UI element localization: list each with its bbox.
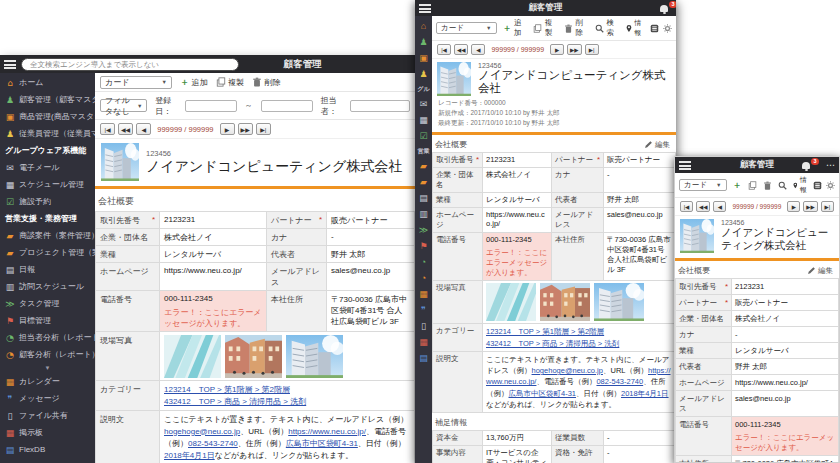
email-link[interactable]: hogehoge@neu.co.jp <box>164 427 240 436</box>
fast-prev-button[interactable]: ◀◀ <box>454 44 468 55</box>
first-record-button[interactable]: |◀ <box>437 44 451 55</box>
sidebar-item-projects[interactable]: ▰プロジェクト管理（案件… <box>0 244 95 261</box>
address-link[interactable]: 広島市中区袋町4-31 <box>286 439 358 448</box>
sidebar-item-goals[interactable]: ⚑目標管理 <box>0 312 95 329</box>
delete-button[interactable]: 削除 <box>564 18 589 38</box>
menu-icon[interactable] <box>650 24 659 33</box>
filter-select[interactable]: フィルタなし▼ <box>100 99 147 112</box>
facility-icon[interactable]: ☑ <box>415 128 432 144</box>
sidebar-item-visit-schedule[interactable]: ▥訪問スケジュール <box>0 278 95 295</box>
goal-icon[interactable]: ⚑ <box>415 238 432 254</box>
trash-icon[interactable] <box>763 181 772 190</box>
calendar-icon[interactable]: ▦ <box>415 286 432 302</box>
board-icon[interactable]: ▦ <box>415 334 432 350</box>
sidebar-collapse-toggle[interactable]: ▼ <box>0 363 95 373</box>
phone-link[interactable]: 082-543-2740 <box>596 377 643 386</box>
site-photo[interactable] <box>594 283 644 321</box>
copy-button[interactable]: 複製 <box>533 18 558 38</box>
sidebar-item-products[interactable]: ▣商品管理(商品マスター) <box>0 108 95 125</box>
sidebar-item-deals[interactable]: ▰商談案件（案件管理） <box>0 227 95 244</box>
task-icon[interactable]: ≫ <box>415 222 432 238</box>
first-record-button[interactable]: |◀ <box>100 123 115 135</box>
category-link[interactable]: 123214 TOP > 第1階層 > 第2階層 <box>486 326 672 337</box>
last-record-button[interactable]: ▶| <box>256 123 271 135</box>
employee-icon[interactable]: ♟ <box>415 66 432 82</box>
first-record-button[interactable]: |◀ <box>680 201 693 212</box>
project-icon[interactable]: ▰ <box>415 174 432 190</box>
category-link[interactable]: 123214 TOP > 第1階層 > 第2階層 <box>164 384 410 396</box>
sidebar-item-mail[interactable]: ✉電子メール <box>0 159 95 176</box>
hamburger-menu-icon[interactable] <box>679 161 691 170</box>
search-button[interactable]: 検索 <box>595 18 620 38</box>
site-photo[interactable] <box>225 335 282 378</box>
sidebar-item-daily-report[interactable]: ▤日報 <box>0 261 95 278</box>
file-icon[interactable]: ▯ <box>415 318 432 334</box>
url-link[interactable]: https://www.neu.co.jp/ <box>288 427 366 436</box>
view-select[interactable]: カード▼ <box>679 179 727 191</box>
registered-to-input[interactable] <box>261 100 313 112</box>
search-icon[interactable] <box>778 181 787 190</box>
customer-report-icon[interactable]: ◔ <box>415 270 432 286</box>
home-icon[interactable]: ⌂ <box>415 18 432 34</box>
last-record-button[interactable]: ▶| <box>585 44 599 55</box>
next-record-button[interactable]: ▶ <box>787 201 800 212</box>
sidebar-item-messages[interactable]: ❞メッセージ <box>0 390 95 407</box>
visit-icon[interactable]: ▥ <box>415 206 432 222</box>
notifications-button[interactable]: 3 <box>802 160 814 171</box>
next-record-button[interactable]: ▶ <box>220 123 235 135</box>
category-link[interactable]: 432412 TOP > 商品 > 清掃用品 > 洗剤 <box>486 338 672 349</box>
site-photo[interactable] <box>540 283 590 321</box>
date-link[interactable]: 2018年4月1日 <box>164 451 215 460</box>
company-photo[interactable] <box>101 143 139 181</box>
deal-icon[interactable]: ▰ <box>415 158 432 174</box>
date-link[interactable]: 2018年4月1日 <box>621 389 669 398</box>
fast-next-button[interactable]: ▶▶ <box>803 201 817 212</box>
daily-report-icon[interactable]: ▤ <box>415 190 432 206</box>
info-button[interactable]: 情報 <box>626 18 646 38</box>
gear-icon[interactable] <box>663 24 672 33</box>
view-select[interactable]: カード▼ <box>436 22 497 34</box>
site-photo[interactable] <box>486 283 536 321</box>
sidebar-item-flexdb[interactable]: ▤FlexDB <box>0 441 95 458</box>
address-link[interactable]: 広島市中区袋町4-31 <box>509 389 577 398</box>
sidebar-item-employees[interactable]: ♟従業員管理（従業員マス… <box>0 125 95 142</box>
site-photo[interactable] <box>286 335 343 378</box>
more-menu-icon[interactable]: ⋯ <box>826 160 835 170</box>
prev-record-button[interactable]: ◀ <box>136 123 151 135</box>
info-button[interactable]: 情報 <box>793 175 810 195</box>
last-record-button[interactable]: ▶| <box>821 201 834 212</box>
customer-icon[interactable]: ♟ <box>415 34 432 50</box>
sidebar-item-board[interactable]: ▦掲示板 <box>0 424 95 441</box>
next-record-button[interactable]: ▶ <box>550 44 564 55</box>
mail-icon[interactable]: ✉ <box>415 96 432 112</box>
registered-from-input[interactable] <box>185 100 237 112</box>
company-photo[interactable] <box>437 62 471 96</box>
gear-icon[interactable] <box>826 181 835 190</box>
sidebar-item-customers[interactable]: ♟顧客管理（顧客マスター） <box>0 91 95 108</box>
email-link[interactable]: hogehoge@neu.co.jp <box>532 366 603 375</box>
fast-next-button[interactable]: ▶▶ <box>567 44 581 55</box>
view-select[interactable]: カード▼ <box>100 76 172 89</box>
fast-next-button[interactable]: ▶▶ <box>238 123 253 135</box>
edit-button[interactable]: 編集 <box>807 266 836 276</box>
edit-button[interactable]: 編集 <box>644 140 673 150</box>
phone-link[interactable]: 082-543-2740 <box>188 439 238 448</box>
fast-prev-button[interactable]: ◀◀ <box>118 123 133 135</box>
sidebar-item-file-share[interactable]: ▯ファイル共有 <box>0 407 95 424</box>
fast-prev-button[interactable]: ◀◀ <box>696 201 710 212</box>
menu-icon[interactable] <box>813 181 822 190</box>
notifications-button[interactable]: 3 <box>660 3 672 14</box>
message-icon[interactable]: ❞ <box>415 302 432 318</box>
hamburger-menu-icon[interactable] <box>4 60 16 69</box>
hamburger-menu-icon[interactable] <box>419 4 431 13</box>
sidebar-item-staff-analysis[interactable]: ◔担当者分析（レポート） <box>0 329 95 346</box>
category-link[interactable]: 432412 TOP > 商品 > 清掃用品 > 洗剤 <box>164 396 410 408</box>
staff-report-icon[interactable]: ◔ <box>415 254 432 270</box>
flexdb-icon[interactable]: ▤ <box>415 350 432 366</box>
sidebar-item-home[interactable]: ⌂ホーム <box>0 74 95 91</box>
prev-record-button[interactable]: ◀ <box>713 201 726 212</box>
sidebar-item-customer-analysis[interactable]: ◔顧客分析（レポート） <box>0 346 95 363</box>
sidebar-item-tasks[interactable]: ≫タスク管理 <box>0 295 95 312</box>
add-button[interactable]: ＋ <box>733 179 742 192</box>
product-icon[interactable]: ▣ <box>415 50 432 66</box>
